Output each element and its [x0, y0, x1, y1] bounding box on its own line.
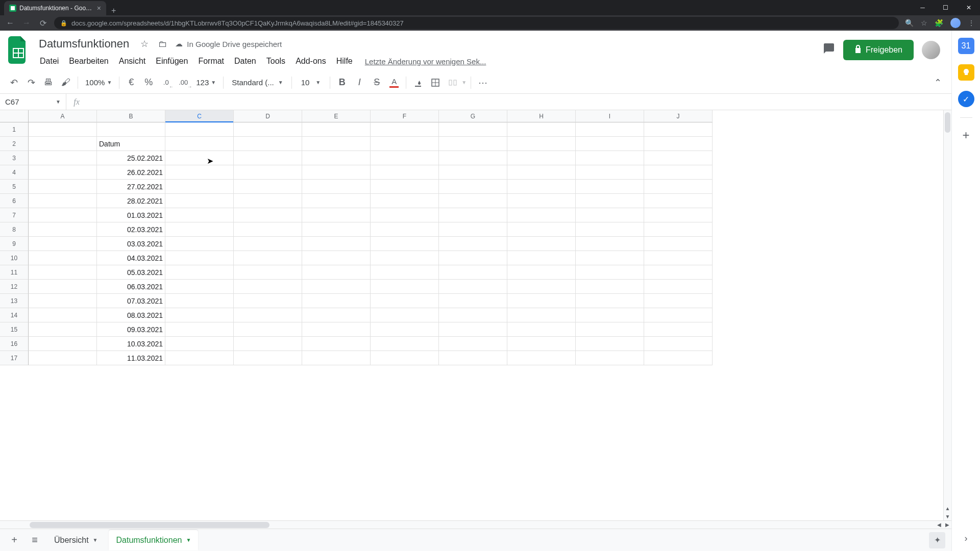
- cell[interactable]: 09.03.2021: [97, 322, 165, 337]
- menu-insert[interactable]: Einfügen: [152, 55, 192, 68]
- cell[interactable]: [29, 151, 97, 165]
- cell[interactable]: [165, 251, 234, 265]
- vertical-scrollbar[interactable]: ▲ ▼: [943, 110, 951, 520]
- row-header[interactable]: 7: [0, 208, 29, 222]
- cell[interactable]: [644, 180, 713, 194]
- cell[interactable]: [371, 237, 439, 251]
- extensions-icon[interactable]: 🧩: [935, 19, 943, 27]
- row-header[interactable]: 11: [0, 265, 29, 280]
- back-button[interactable]: ←: [5, 18, 15, 28]
- cell[interactable]: 10.03.2021: [97, 337, 165, 351]
- redo-button[interactable]: ↷: [23, 75, 39, 90]
- cell[interactable]: [234, 351, 302, 365]
- cell[interactable]: [371, 180, 439, 194]
- column-header[interactable]: F: [371, 110, 439, 122]
- menu-addons[interactable]: Add-ons: [291, 55, 330, 68]
- tasks-icon[interactable]: ✓: [958, 91, 974, 107]
- row-header[interactable]: 3: [0, 151, 29, 165]
- reload-button[interactable]: ⟳: [38, 18, 48, 28]
- cell[interactable]: [644, 122, 713, 137]
- cell[interactable]: [576, 337, 644, 351]
- cell[interactable]: [439, 151, 507, 165]
- cell[interactable]: [371, 280, 439, 294]
- cell[interactable]: [507, 208, 576, 222]
- cell[interactable]: [165, 122, 234, 137]
- column-header[interactable]: H: [507, 110, 576, 122]
- cell[interactable]: [29, 265, 97, 280]
- cell[interactable]: [439, 222, 507, 237]
- cell[interactable]: [302, 280, 371, 294]
- column-header[interactable]: J: [644, 110, 713, 122]
- menu-data[interactable]: Daten: [230, 55, 260, 68]
- cell[interactable]: 04.03.2021: [97, 251, 165, 265]
- cell[interactable]: [29, 280, 97, 294]
- cell[interactable]: [644, 337, 713, 351]
- cell[interactable]: [234, 122, 302, 137]
- cell[interactable]: [439, 122, 507, 137]
- cell[interactable]: [439, 322, 507, 337]
- cell[interactable]: 03.03.2021: [97, 237, 165, 251]
- name-box[interactable]: C67 ▼: [0, 94, 66, 110]
- percent-button[interactable]: %: [141, 75, 156, 90]
- cell[interactable]: 25.02.2021: [97, 151, 165, 165]
- cell[interactable]: [371, 322, 439, 337]
- cell[interactable]: [234, 280, 302, 294]
- cell[interactable]: [165, 137, 234, 151]
- row-header[interactable]: 10: [0, 251, 29, 265]
- account-avatar[interactable]: [922, 41, 940, 59]
- row-header[interactable]: 4: [0, 165, 29, 180]
- row-header[interactable]: 13: [0, 294, 29, 308]
- more-formats-button[interactable]: 123 ▼: [193, 78, 219, 87]
- menu-help[interactable]: Hilfe: [332, 55, 357, 68]
- increase-decimal-button[interactable]: .00→: [176, 75, 191, 90]
- row-header[interactable]: 6: [0, 194, 29, 208]
- cell[interactable]: [507, 222, 576, 237]
- cell[interactable]: [165, 222, 234, 237]
- cell[interactable]: [302, 151, 371, 165]
- cell[interactable]: [234, 337, 302, 351]
- bold-button[interactable]: B: [334, 75, 350, 90]
- cell[interactable]: [165, 322, 234, 337]
- cell[interactable]: [165, 180, 234, 194]
- cell[interactable]: [302, 337, 371, 351]
- minimize-icon[interactable]: ─: [911, 0, 934, 15]
- cell[interactable]: [97, 122, 165, 137]
- column-header[interactable]: E: [302, 110, 371, 122]
- cell[interactable]: [507, 280, 576, 294]
- cell[interactable]: [234, 165, 302, 180]
- cell[interactable]: [371, 222, 439, 237]
- cell[interactable]: [644, 265, 713, 280]
- last-edit-link[interactable]: Letzte Änderung vor wenigen Sek...: [365, 57, 486, 66]
- cell[interactable]: [576, 237, 644, 251]
- zoom-select[interactable]: 100% ▼: [82, 78, 115, 87]
- cell[interactable]: [507, 151, 576, 165]
- decrease-decimal-button[interactable]: .0←: [158, 75, 174, 90]
- print-button[interactable]: 🖶: [41, 75, 56, 90]
- cell[interactable]: [644, 165, 713, 180]
- cell[interactable]: 02.03.2021: [97, 222, 165, 237]
- row-header[interactable]: 15: [0, 322, 29, 337]
- cell[interactable]: 05.03.2021: [97, 265, 165, 280]
- cell[interactable]: [29, 251, 97, 265]
- cell[interactable]: [302, 137, 371, 151]
- cell[interactable]: [439, 308, 507, 322]
- grid-area[interactable]: ABCDEFGHIJ12Datum325.02.2021426.02.20215…: [0, 110, 943, 520]
- font-size-select[interactable]: 10 ▼: [296, 78, 326, 87]
- cell[interactable]: [165, 208, 234, 222]
- url-bar[interactable]: 🔒 docs.google.com/spreadsheets/d/1hbgKTL…: [54, 17, 899, 29]
- sheet-tab-datumsfunktionen[interactable]: Datumsfunktionen ▼: [109, 530, 198, 550]
- star-icon[interactable]: ☆: [138, 38, 151, 49]
- cell[interactable]: [576, 265, 644, 280]
- cell[interactable]: [644, 308, 713, 322]
- cell[interactable]: Datum: [97, 137, 165, 151]
- collapse-toolbar-button[interactable]: ⌃: [930, 75, 945, 90]
- cell[interactable]: [29, 322, 97, 337]
- row-header[interactable]: 14: [0, 308, 29, 322]
- cell[interactable]: [644, 222, 713, 237]
- collapse-side-panel-button[interactable]: ›: [965, 533, 968, 544]
- cell[interactable]: [439, 180, 507, 194]
- cell[interactable]: [234, 251, 302, 265]
- cell[interactable]: [439, 265, 507, 280]
- close-tab-icon[interactable]: ×: [97, 4, 101, 12]
- scroll-right-icon[interactable]: ▶: [943, 521, 951, 529]
